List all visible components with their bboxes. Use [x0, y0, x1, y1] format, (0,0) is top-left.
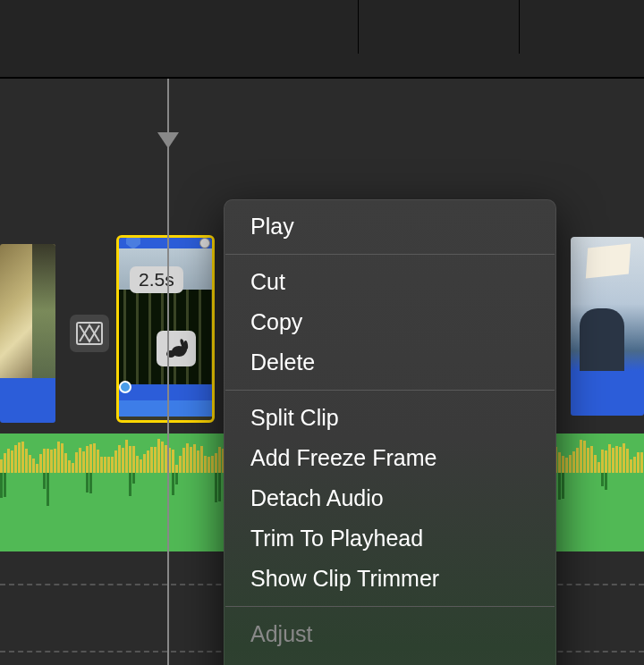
keyframe-marker[interactable]: [119, 381, 131, 393]
menu-item-copy[interactable]: Copy: [224, 302, 556, 342]
video-clip-2-selected[interactable]: 2.5s: [116, 235, 215, 423]
playhead[interactable]: [167, 79, 169, 665]
clip-thumbnail: [0, 244, 55, 378]
transition-icon[interactable]: [70, 315, 109, 352]
video-clip-3[interactable]: [571, 237, 644, 416]
menu-item-play[interactable]: Play: [224, 206, 556, 247]
menu-item-show-clip-trimmer[interactable]: Show Clip Trimmer: [224, 559, 556, 599]
rabbit-icon: [157, 331, 196, 366]
context-menu: PlayCutCopyDeleteSplit ClipAdd Freeze Fr…: [224, 199, 556, 665]
speed-end-handle[interactable]: [199, 238, 210, 248]
svg-point-4: [180, 346, 187, 353]
clip-audio-bar: [571, 371, 644, 416]
video-clip-1[interactable]: [0, 244, 55, 423]
menu-item-trim-to-playhead[interactable]: Trim To Playhead: [224, 518, 556, 559]
timeline[interactable]: 2.5s: [0, 79, 644, 665]
clip-audio-bar: [0, 378, 55, 423]
menu-item-delete[interactable]: Delete: [224, 342, 556, 383]
menu-separator: [225, 390, 555, 391]
menu-item-hide-speed-editor[interactable]: Hide Speed Editor: [224, 654, 556, 665]
menu-item-cut[interactable]: Cut: [224, 262, 556, 302]
speed-handle-icon[interactable]: [126, 235, 140, 249]
speed-duration-badge: 2.5s: [130, 266, 183, 293]
clip-audio-bar: [119, 384, 212, 417]
menu-item-adjust: Adjust: [224, 614, 556, 654]
menu-separator: [225, 254, 555, 255]
menu-item-split-clip[interactable]: Split Clip: [224, 398, 556, 438]
top-toolbar: [0, 0, 644, 79]
menu-separator: [225, 606, 555, 607]
playhead-marker-icon[interactable]: [157, 132, 179, 148]
clip-thumbnail: [571, 237, 644, 371]
menu-item-detach-audio[interactable]: Detach Audio: [224, 478, 556, 518]
speed-editor-bar[interactable]: [119, 238, 212, 248]
menu-item-add-freeze-frame[interactable]: Add Freeze Frame: [224, 438, 556, 478]
